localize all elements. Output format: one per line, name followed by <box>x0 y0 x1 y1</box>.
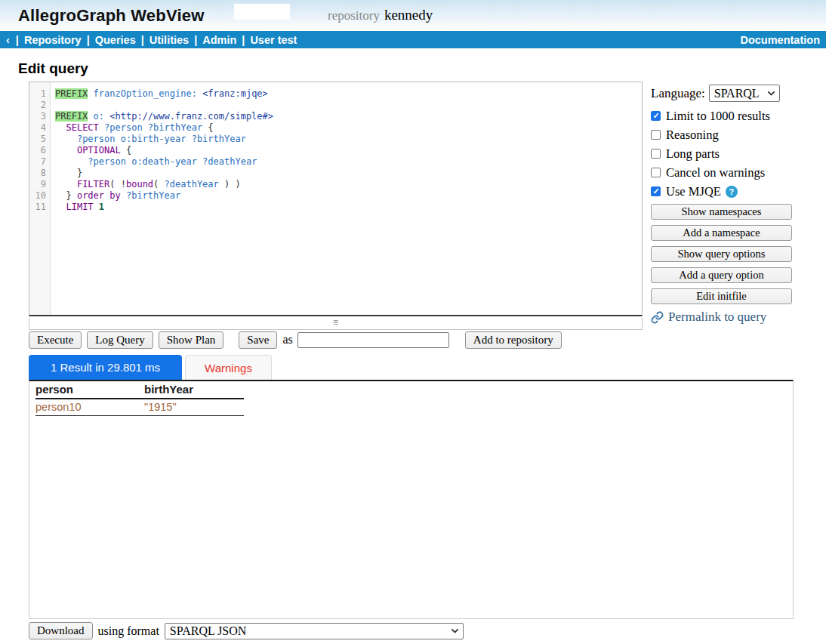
add-to-repository-button[interactable]: Add to repository <box>465 331 562 349</box>
app-header: AllegroGraph WebView repositorykennedy <box>0 0 826 31</box>
nav-separator: | <box>141 34 144 46</box>
code-line: SELECT ?person ?birthYear { <box>55 122 642 134</box>
code-token-var: ?person <box>88 156 126 167</box>
code-token-plain <box>55 156 88 167</box>
nav-separator: | <box>16 34 19 46</box>
download-button[interactable]: Download <box>29 622 93 639</box>
tab-warnings[interactable]: Warnings <box>185 355 272 380</box>
nav-item-admin[interactable]: Admin <box>202 34 236 46</box>
editor-code[interactable]: PREFIX franzOption_engine: <franz:mjqe> … <box>51 82 642 315</box>
checkbox-label: Cancel on warnings <box>666 165 765 180</box>
code-token-plain <box>88 88 93 99</box>
code-token-var: ?person <box>104 122 143 133</box>
code-token-kw: order by <box>77 190 121 201</box>
checkbox-cancel-on-warnings[interactable] <box>651 168 661 177</box>
header-blank-box <box>234 4 290 20</box>
query-editor[interactable]: 1234567891011 PREFIX franzOption_engine:… <box>29 82 643 316</box>
editor-line-numbers: 1234567891011 <box>29 82 51 315</box>
nav-item-documentation[interactable]: Documentation <box>740 34 820 46</box>
nav-item-queries[interactable]: Queries <box>95 34 136 46</box>
line-number: 10 <box>29 190 50 202</box>
code-token-plain <box>55 122 66 133</box>
nav-back-chevron-icon[interactable]: ‹ <box>6 34 10 46</box>
code-token-plain <box>115 134 120 144</box>
code-line: PREFIX o: <http://www.franz.com/simple#> <box>55 111 642 122</box>
language-select[interactable]: SPARQL <box>709 85 780 102</box>
repository-name: kennedy <box>384 7 433 23</box>
execute-button[interactable]: Execute <box>29 331 82 349</box>
code-line: ?person o:birth-year ?birthYear <box>55 134 642 145</box>
nav-separator: | <box>194 34 197 46</box>
checkbox-label: Long parts <box>666 146 720 162</box>
code-token-plain <box>186 134 191 144</box>
column-header-person: person <box>35 381 144 399</box>
main-nav: ‹ |Repository|Queries|Utilities|Admin|Us… <box>0 31 826 48</box>
permalink-to-query-link[interactable]: Permalink to query <box>651 310 792 325</box>
table-row: person10"1915" <box>35 399 244 416</box>
format-select-value: SPARQL JSON <box>170 624 247 638</box>
code-line: LIMIT 1 <box>55 202 642 213</box>
edit-initfile-button[interactable]: Edit initfile <box>651 288 792 304</box>
tab-1-result-in-29-801-ms[interactable]: 1 Result in 29.801 ms <box>29 355 182 380</box>
cell-person[interactable]: person10 <box>35 399 144 416</box>
show-namespaces-button[interactable]: Show namespaces <box>651 204 792 220</box>
line-number: 4 <box>29 122 50 134</box>
code-token-plain <box>99 122 104 133</box>
column-header-birthyear: birthYear <box>144 381 244 399</box>
help-icon[interactable]: ? <box>726 186 738 198</box>
code-token-num: 1 <box>99 202 104 212</box>
code-line: } order by ?birthYear <box>55 190 642 202</box>
line-number: 8 <box>29 168 50 179</box>
nav-separator: | <box>87 34 90 46</box>
editor-resize-handle[interactable]: ≡ <box>29 318 643 330</box>
code-token-plain: } <box>55 168 82 178</box>
show-query-options-button[interactable]: Show query options <box>651 246 792 262</box>
code-token-var: ?deathYear <box>202 156 257 167</box>
code-token-var: ?birthYear <box>148 122 202 133</box>
code-token-plain <box>94 202 99 212</box>
app-title: AllegroGraph WebView <box>18 6 204 26</box>
checkbox-label: Reasoning <box>666 128 719 143</box>
nav-item-utilities[interactable]: Utilities <box>149 34 189 46</box>
save-name-input[interactable] <box>297 332 449 348</box>
add-a-namespace-button[interactable]: Add a namespace <box>651 225 792 241</box>
line-number: 6 <box>29 145 50 156</box>
line-number: 3 <box>29 111 50 122</box>
code-token-kw: bound <box>126 179 153 190</box>
save-button[interactable]: Save <box>239 331 277 349</box>
code-token-var: ?person <box>77 134 116 144</box>
language-select-value: SPARQL <box>714 87 760 100</box>
format-select[interactable]: SPARQL JSON <box>165 623 464 639</box>
nav-items: |Repository|Queries|Utilities|Admin|User… <box>11 34 297 46</box>
code-token-plain: ( <box>153 179 164 190</box>
link-icon <box>651 311 664 324</box>
nav-separator: | <box>242 34 245 46</box>
code-token-plain <box>55 179 77 190</box>
permalink-label: Permalink to query <box>668 310 766 325</box>
cell-birthyear: "1915" <box>144 399 244 416</box>
nav-item-user-test[interactable]: User test <box>250 34 297 46</box>
code-token-pname: o:birth-year <box>121 134 186 144</box>
add-a-query-option-button[interactable]: Add a query option <box>651 267 792 283</box>
checkbox-reasoning[interactable] <box>651 130 661 140</box>
log-query-button[interactable]: Log Query <box>87 331 153 349</box>
checkbox-limit-to-1000-results[interactable] <box>651 111 661 121</box>
line-number: 2 <box>29 100 50 111</box>
code-token-var: ?deathYear <box>165 179 219 190</box>
option-row-long-parts: Long parts <box>651 147 792 160</box>
nav-item-repository[interactable]: Repository <box>24 34 82 46</box>
query-toolbar: Execute Log Query Show Plan Save as Add … <box>29 331 794 349</box>
language-row: Language: SPARQL <box>651 85 792 102</box>
sidebar-buttons: Show namespacesAdd a namespaceShow query… <box>651 204 792 304</box>
checkbox-long-parts[interactable] <box>651 149 661 159</box>
table-header-row: personbirthYear <box>35 381 244 399</box>
repository-label: repository <box>328 8 380 23</box>
code-token-pname: franzOption_engine: <box>94 88 197 99</box>
checkbox-use-mjqe[interactable] <box>651 186 661 196</box>
chevron-down-icon <box>451 627 459 635</box>
code-token-plain <box>55 145 77 156</box>
show-plan-button[interactable]: Show Plan <box>159 331 224 349</box>
chevron-down-icon <box>767 89 775 97</box>
code-line: ?person o:death-year ?deathYear <box>55 156 642 168</box>
option-row-limit-to-1000-results: Limit to 1000 results <box>651 109 792 122</box>
